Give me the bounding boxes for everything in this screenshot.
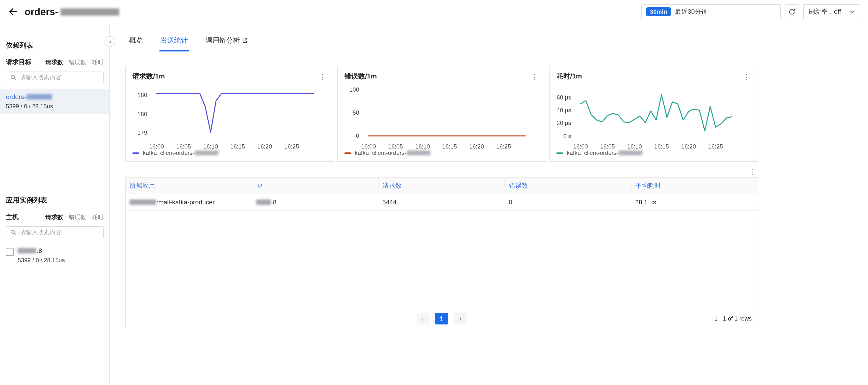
sort-by-errors[interactable]: 错误数 (69, 214, 86, 220)
legend-item[interactable]: kafka_client-orders- (344, 149, 539, 156)
host-item-stats: 5399 / 0 / 28.15us (18, 257, 65, 264)
x-axis-label: 16:05 (176, 143, 191, 150)
cell-requests: 5444 (378, 194, 505, 211)
sort-by-duration[interactable]: 耗时 (92, 59, 103, 66)
cell-app: :mall-kafka-producer (126, 194, 252, 211)
chart-line (575, 86, 751, 139)
y-axis-label: 60 µs (557, 94, 571, 101)
table-toolbar: ⋮ (125, 166, 758, 177)
host-item-name: .8 (18, 247, 65, 254)
sort-by-requests[interactable]: 请求数 (45, 59, 63, 66)
legend-label: kafka_client-orders- (143, 149, 219, 156)
divider: | (65, 59, 67, 66)
host-label: 主机 (6, 213, 19, 221)
redacted-text (256, 200, 271, 205)
refresh-icon (788, 8, 795, 15)
tab-label: 发送统计 (160, 36, 188, 45)
pagination-summary: 1 - 1 of 1 rows (714, 315, 752, 322)
arrow-left-icon (9, 8, 18, 16)
y-axis-label: 0 (356, 133, 359, 139)
time-range-selector[interactable]: 30min 最近30分钟 (641, 4, 781, 19)
column-header-avg-duration[interactable]: 平均耗时 (631, 178, 757, 194)
dependency-search-input[interactable] (19, 73, 99, 81)
back-button[interactable] (8, 7, 19, 17)
sidebar-collapse-button[interactable]: « (104, 36, 115, 47)
legend-item[interactable]: kafka_client-orders- (132, 149, 327, 156)
chart-plot (575, 86, 751, 141)
host-sort-row: 主机 请求数|错误数|耗时 (6, 213, 103, 221)
cell-ip: .8 (252, 194, 378, 211)
dependency-search (6, 72, 103, 83)
chart-line (363, 86, 539, 139)
x-axis-label: 16:10 (415, 143, 430, 150)
data-table: 所属应用 IP 请求数 错误数 平均耗时 :mall-kafka-produce… (125, 177, 758, 328)
kebab-menu-icon[interactable]: ⋮ (319, 73, 327, 80)
y-axis-label: 20 µs (557, 120, 571, 127)
table-empty-area (126, 211, 757, 309)
refresh-rate-label: 刷新率：off (809, 7, 841, 16)
redacted-text (129, 200, 156, 205)
refresh-rate-select[interactable]: 刷新率：off (803, 4, 860, 19)
host-search-input[interactable] (19, 229, 99, 236)
legend-item[interactable]: kafka_client-orders- (556, 149, 751, 156)
legend-swatch (556, 152, 563, 154)
host-search (6, 226, 103, 238)
cell-avg-duration: 28.1 µs (631, 194, 757, 211)
kebab-menu-icon[interactable]: ⋮ (531, 73, 539, 80)
x-axis: 16:0016:0516:1016:1516:2016:25 (151, 141, 327, 150)
chart-title: 耗时/1m (556, 72, 582, 81)
sort-by-errors[interactable]: 错误数 (69, 59, 86, 66)
card-header: 请求数/1m ⋮ (132, 72, 327, 81)
x-axis-label: 16:25 (284, 143, 299, 150)
search-icon (10, 230, 16, 235)
header-right: 30min 最近30分钟 刷新率：off (641, 4, 860, 19)
x-axis-label: 16:15 (442, 143, 457, 150)
pagination-prev-button[interactable]: ‹ (416, 313, 429, 324)
dependency-list-item[interactable]: orders- 5399 / 0 / 28.15us (0, 89, 110, 114)
redacted-text (407, 150, 431, 155)
tab-overview[interactable]: 概览 (128, 36, 144, 51)
duration-chart: 60 µs40 µs20 µs0 s 16:0016:0516:1016:151… (556, 86, 751, 148)
column-header-requests[interactable]: 请求数 (378, 178, 505, 194)
x-axis-label: 16:15 (654, 143, 669, 150)
host-ip-suffix: .8 (37, 247, 42, 254)
sort-by-requests[interactable]: 请求数 (45, 214, 63, 220)
refresh-button[interactable] (784, 4, 799, 19)
table-row[interactable]: :mall-kafka-producer .8 5444 0 28.1 µs (126, 194, 757, 211)
tab-send-statistics[interactable]: 发送统计 (159, 36, 189, 51)
divider: | (65, 214, 67, 220)
y-axis-label: 40 µs (557, 107, 571, 114)
chart-plot (363, 86, 539, 141)
external-link-icon (242, 38, 248, 44)
tab-trace-analysis[interactable]: 调用链分析 (205, 36, 249, 51)
table-header-row: 所属应用 IP 请求数 错误数 平均耗时 (126, 178, 757, 194)
x-axis-label: 16:25 (496, 143, 511, 150)
time-range-label: 最近30分钟 (675, 7, 708, 16)
x-axis-label: 16:05 (388, 143, 403, 150)
card-header: 错误数/1m ⋮ (344, 72, 539, 81)
column-header-errors[interactable]: 错误数 (505, 178, 631, 194)
host-checkbox[interactable] (6, 248, 14, 256)
errors-chart-card: 错误数/1m ⋮ 100500 16:0016:0516:1016:1516:2… (337, 66, 546, 162)
requests-chart: 180180179 16:0016:0516:1016:1516:2016:25 (132, 86, 327, 148)
y-axis: 180180179 (132, 86, 151, 141)
legend-label: kafka_client-orders- (567, 149, 643, 156)
x-axis-label: 16:10 (627, 143, 642, 150)
pagination-next-button[interactable]: › (454, 313, 467, 324)
x-axis-label: 16:25 (708, 143, 723, 150)
redacted-title-text (60, 8, 119, 15)
y-axis-label: 180 (137, 111, 147, 118)
kebab-menu-icon[interactable]: ⋮ (743, 73, 751, 80)
sort-by-duration[interactable]: 耗时 (92, 214, 103, 220)
page-title: orders- (25, 6, 119, 18)
host-sort-options: 请求数|错误数|耗时 (45, 213, 104, 221)
table-menu-icon[interactable]: ⋮ (748, 168, 756, 175)
chart-plot (151, 86, 327, 141)
pagination-page-1[interactable]: 1 (435, 313, 448, 324)
chart-title: 错误数/1m (344, 72, 377, 81)
column-header-ip[interactable]: IP (252, 178, 378, 194)
redacted-text (18, 248, 36, 253)
header-left: orders- (8, 6, 119, 18)
host-list-item[interactable]: .8 5399 / 0 / 28.15us (0, 244, 110, 267)
column-header-app[interactable]: 所属应用 (126, 178, 252, 194)
